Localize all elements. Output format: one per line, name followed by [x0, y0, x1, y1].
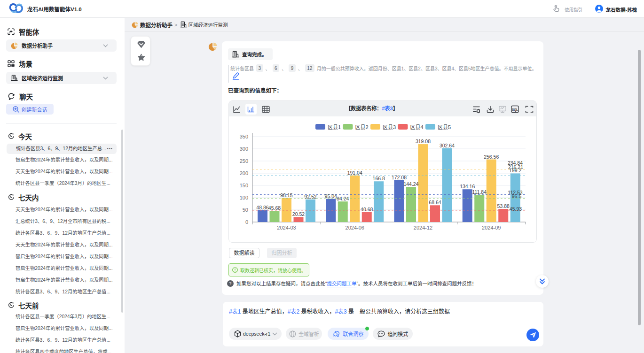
- svg-text:?: ?: [229, 281, 231, 286]
- svg-text:300: 300: [240, 146, 248, 152]
- svg-text:0: 0: [245, 219, 248, 225]
- svg-text:200: 200: [240, 170, 248, 176]
- svg-text:40.68: 40.68: [361, 207, 373, 212]
- svg-text:区县3: 区县3: [383, 124, 396, 130]
- svg-text:50: 50: [243, 207, 248, 213]
- svg-text:区县5: 区县5: [438, 124, 451, 130]
- svg-text:53.88: 53.88: [497, 203, 510, 209]
- svg-text:84.24: 84.24: [337, 196, 349, 201]
- svg-text:350: 350: [240, 134, 248, 139]
- svg-text:250: 250: [240, 158, 248, 164]
- svg-text:134.16: 134.16: [460, 184, 475, 189]
- svg-text:45.93: 45.93: [510, 206, 522, 212]
- svg-text:166.8: 166.8: [373, 176, 385, 181]
- svg-text:95.04: 95.04: [325, 193, 337, 199]
- svg-text:区县1: 区县1: [328, 124, 341, 130]
- svg-text:100: 100: [240, 195, 248, 200]
- svg-text:319.08: 319.08: [416, 138, 431, 144]
- svg-text:302.64: 302.64: [440, 143, 455, 148]
- svg-text:191.04: 191.04: [347, 170, 362, 176]
- svg-text:2024-06: 2024-06: [346, 225, 364, 230]
- svg-text:68.64: 68.64: [429, 200, 441, 205]
- svg-text:区县2: 区县2: [355, 124, 369, 130]
- svg-text:216.21: 216.21: [508, 164, 523, 170]
- svg-text:172.08: 172.08: [392, 175, 407, 180]
- svg-text:92.52: 92.52: [304, 194, 316, 200]
- svg-text:98.15: 98.15: [280, 192, 292, 198]
- svg-text:111.84: 111.84: [472, 189, 487, 195]
- svg-text:45.68: 45.68: [268, 205, 281, 211]
- svg-text:区县4: 区县4: [410, 124, 424, 130]
- svg-text:256.56: 256.56: [484, 154, 499, 160]
- svg-text:2024-09: 2024-09: [482, 225, 501, 230]
- svg-text:144.24: 144.24: [403, 181, 418, 187]
- svg-text:48.86: 48.86: [256, 205, 268, 210]
- svg-text:20.52: 20.52: [292, 211, 305, 217]
- svg-text:150: 150: [240, 183, 248, 188]
- svg-text:2024-03: 2024-03: [277, 225, 296, 230]
- svg-text:2024-12: 2024-12: [414, 225, 432, 230]
- svg-text:96.5: 96.5: [512, 193, 522, 199]
